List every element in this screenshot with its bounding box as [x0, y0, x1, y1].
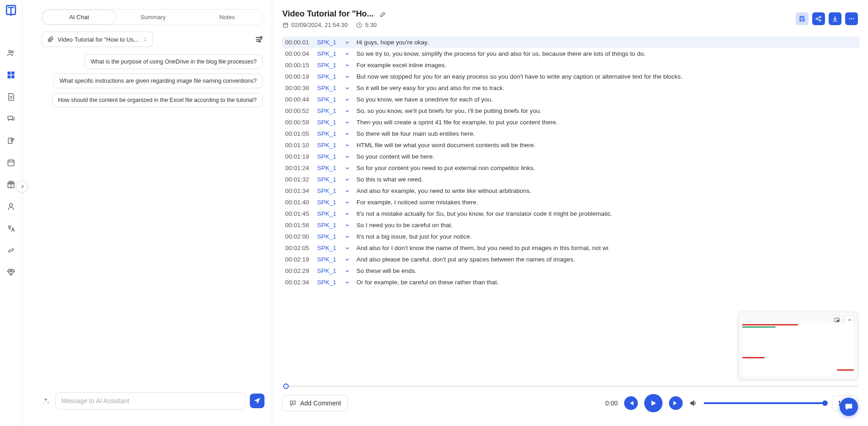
transcript-line[interactable]: 00:01:05SPK_1So there will be four main …	[282, 128, 860, 139]
suggestion-item[interactable]: What is the purpose of using OneDrive in…	[85, 54, 263, 69]
speaker-label[interactable]: SPK_1	[317, 130, 339, 137]
chevron-down-icon[interactable]	[345, 165, 351, 171]
chevron-down-icon[interactable]	[345, 176, 351, 182]
speaker-label[interactable]: SPK_1	[317, 50, 339, 57]
speaker-label[interactable]: SPK_1	[317, 142, 339, 149]
chevron-down-icon[interactable]	[345, 245, 351, 251]
transcript-line[interactable]: 00:01:34SPK_1And also for example, you n…	[282, 185, 860, 197]
transcript-line[interactable]: 00:01:40SPK_1For example, I noticed some…	[282, 197, 860, 208]
nav-people-icon[interactable]	[5, 48, 16, 59]
transcript-line[interactable]: 00:01:32SPK_1So this is what we need.	[282, 174, 860, 185]
nav-person-icon[interactable]	[5, 201, 16, 212]
next-button[interactable]	[669, 396, 683, 410]
chevron-down-icon[interactable]	[345, 62, 351, 68]
chevron-down-icon[interactable]	[345, 267, 351, 274]
transcript-line[interactable]: 00:01:19SPK_1So your content will be her…	[282, 151, 860, 162]
chevron-down-icon[interactable]	[345, 199, 351, 205]
speaker-label[interactable]: SPK_1	[317, 96, 339, 103]
speaker-label[interactable]: SPK_1	[317, 153, 339, 160]
speaker-label[interactable]: SPK_1	[317, 62, 339, 69]
nav-calendar-icon[interactable]	[5, 157, 16, 168]
speaker-label[interactable]: SPK_1	[317, 39, 339, 46]
chevron-down-icon[interactable]	[345, 107, 351, 114]
transcript-line[interactable]: 00:00:44SPK_1So you know, we have a oned…	[282, 94, 860, 105]
chevron-down-icon[interactable]	[345, 142, 351, 148]
speaker-label[interactable]: SPK_1	[317, 119, 339, 126]
speaker-label[interactable]: SPK_1	[317, 233, 339, 240]
speaker-label[interactable]: SPK_1	[317, 222, 339, 229]
edit-title-icon[interactable]	[379, 11, 387, 18]
more-button[interactable]	[845, 12, 858, 25]
video-preview[interactable]	[738, 312, 858, 379]
expand-sidebar-button[interactable]	[16, 181, 28, 192]
speaker-label[interactable]: SPK_1	[317, 73, 339, 80]
nav-grid-icon[interactable]	[5, 69, 16, 80]
progress-bar[interactable]	[282, 385, 858, 388]
speaker-label[interactable]: SPK_1	[317, 85, 339, 91]
suggestion-item[interactable]: What specific instructions are given reg…	[54, 74, 263, 88]
help-chat-button[interactable]	[840, 398, 858, 416]
nav-chat-icon[interactable]	[5, 113, 16, 124]
transcript-line[interactable]: 00:02:00SPK_1It's not a big issue, but j…	[282, 231, 860, 242]
transcript-line[interactable]: 00:01:10SPK_1HTML file will be what your…	[282, 139, 860, 151]
nav-plug-icon[interactable]	[5, 245, 16, 256]
chevron-down-icon[interactable]	[345, 279, 351, 285]
speaker-label[interactable]: SPK_1	[317, 256, 339, 263]
nav-translate-icon[interactable]	[5, 223, 16, 234]
transcript-line[interactable]: 00:00:04SPK_1So we try to, you know, sim…	[282, 48, 860, 59]
speaker-label[interactable]: SPK_1	[317, 199, 339, 206]
transcript-line[interactable]: 00:00:15SPK_1For example excel inline im…	[282, 59, 860, 71]
transcript-line[interactable]: 00:00:01SPK_1Hi guys, hope you're okay.	[282, 37, 860, 48]
transcript-line[interactable]: 00:00:59SPK_1Then you will create a spri…	[282, 117, 860, 128]
transcript-line[interactable]: 00:02:19SPK_1And also please be careful,…	[282, 254, 860, 265]
chat-input[interactable]	[55, 392, 245, 410]
send-button[interactable]	[250, 394, 264, 408]
speaker-label[interactable]: SPK_1	[317, 245, 339, 251]
chevron-down-icon[interactable]	[345, 153, 351, 160]
transcript-line[interactable]: 00:00:38SPK_1So it will be very easy for…	[282, 82, 860, 94]
speaker-label[interactable]: SPK_1	[317, 165, 339, 171]
share-button[interactable]	[812, 12, 825, 25]
tab-summary[interactable]: Summary	[116, 10, 190, 25]
speaker-label[interactable]: SPK_1	[317, 187, 339, 194]
transcript-line[interactable]: 00:00:19SPK_1But now we stopped for you …	[282, 71, 860, 82]
chevron-down-icon[interactable]	[345, 187, 351, 194]
transcript-line[interactable]: 00:00:52SPK_1So, so you know, we'll put …	[282, 105, 860, 117]
speaker-label[interactable]: SPK_1	[317, 279, 339, 286]
prev-button[interactable]	[624, 396, 638, 410]
tab-notes[interactable]: Notes	[190, 10, 264, 25]
speaker-label[interactable]: SPK_1	[317, 267, 339, 274]
speaker-label[interactable]: SPK_1	[317, 107, 339, 114]
chevron-down-icon[interactable]	[345, 222, 351, 228]
play-button[interactable]	[644, 394, 663, 412]
nav-gift-icon[interactable]	[5, 179, 16, 190]
nav-document-icon[interactable]	[5, 91, 16, 102]
chevron-down-icon[interactable]	[345, 233, 351, 240]
suggestion-item[interactable]: How should the content be organized in t…	[52, 93, 263, 107]
add-comment-button[interactable]: Add Comment	[282, 395, 348, 411]
source-selector[interactable]: Video Tutorial for "How to Us...	[42, 32, 153, 47]
chevron-down-icon[interactable]	[345, 85, 351, 91]
chevron-down-icon[interactable]	[345, 39, 351, 45]
transcript-line[interactable]: 00:02:34SPK_1Or for example, be careful …	[282, 277, 860, 288]
chevron-down-icon[interactable]	[345, 256, 351, 262]
speaker-label[interactable]: SPK_1	[317, 210, 339, 217]
nav-diamond-icon[interactable]	[5, 267, 16, 278]
chevron-down-icon[interactable]	[345, 73, 351, 80]
chevron-down-icon[interactable]	[345, 96, 351, 102]
nav-edit-icon[interactable]	[5, 135, 16, 146]
save-button[interactable]	[796, 12, 809, 25]
download-button[interactable]	[829, 12, 841, 25]
transcript-line[interactable]: 00:02:29SPK_1So these will be ends.	[282, 265, 860, 277]
chevron-down-icon[interactable]	[345, 130, 351, 137]
transcript-line[interactable]: 00:01:45SPK_1It's not a mistake actually…	[282, 208, 860, 219]
volume-slider[interactable]	[704, 402, 825, 404]
transcript[interactable]: 00:00:01SPK_1Hi guys, hope you're okay.0…	[272, 32, 868, 382]
chevron-down-icon[interactable]	[345, 210, 351, 217]
chevron-down-icon[interactable]	[345, 50, 351, 57]
transcript-line[interactable]: 00:01:24SPK_1So for your content you nee…	[282, 162, 860, 174]
tab-ai-chat[interactable]: AI Chat	[42, 10, 116, 25]
speaker-label[interactable]: SPK_1	[317, 176, 339, 183]
volume-icon[interactable]	[689, 399, 697, 407]
transcript-line[interactable]: 00:02:05SPK_1And also for I don't know t…	[282, 242, 860, 254]
